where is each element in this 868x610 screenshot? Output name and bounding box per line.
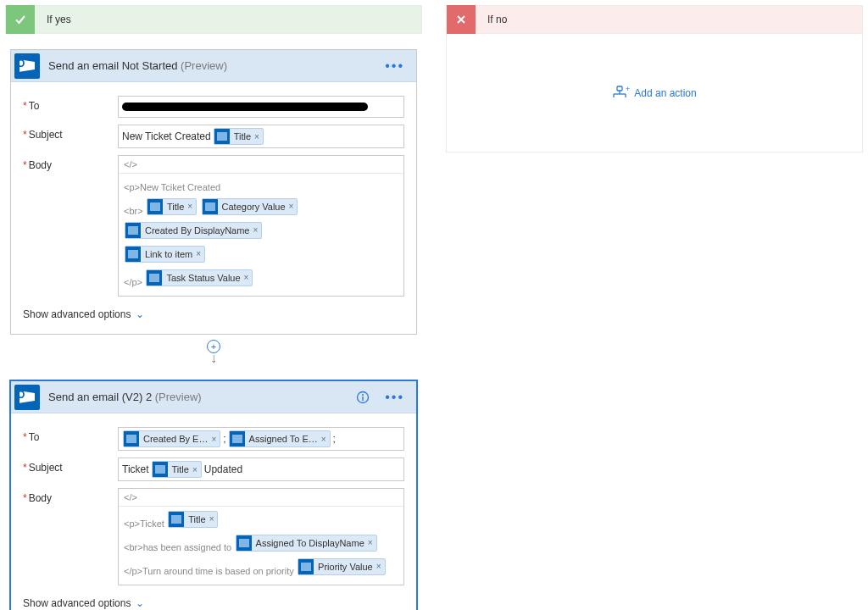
action-card-email-v2[interactable]: Send an email (V2) 2 (Preview) ••• *To C… <box>10 380 417 610</box>
outlook-icon <box>14 53 40 79</box>
info-icon[interactable] <box>353 391 373 404</box>
no-branch: If no + Add an action <box>446 5 863 152</box>
field-label-to: *To <box>23 427 118 443</box>
card-header[interactable]: Send an email (V2) 2 (Preview) ••• <box>11 381 416 413</box>
more-icon[interactable]: ••• <box>381 58 408 74</box>
sharepoint-icon <box>214 129 230 144</box>
field-label-subject: *Subject <box>23 125 118 141</box>
to-input[interactable] <box>118 96 404 118</box>
svg-point-1 <box>362 394 364 396</box>
token-title[interactable]: Title× <box>214 128 264 145</box>
arrow-down-icon: ↓ <box>210 352 217 365</box>
token-title[interactable]: Title× <box>152 461 202 478</box>
add-action-button[interactable]: + Add an action <box>612 78 696 108</box>
chevron-down-icon: ⌄ <box>136 308 144 320</box>
token-assigned-email[interactable]: Assigned To E…× <box>229 430 331 447</box>
branch-yes-label: If yes <box>35 14 71 25</box>
token-link[interactable]: Link to item× <box>125 246 205 263</box>
connector: + ↓ <box>5 340 422 365</box>
branch-header-no[interactable]: If no <box>446 5 863 34</box>
to-input[interactable]: Created By E…× ; Assigned To E…× ; <box>118 427 404 451</box>
no-branch-body: + Add an action <box>446 34 863 152</box>
show-advanced-toggle[interactable]: Show advanced options ⌄ <box>23 597 144 609</box>
subject-input[interactable]: Ticket Title× Updated <box>118 458 404 481</box>
token-title[interactable]: Title× <box>168 511 218 528</box>
card-title: Send an email (V2) 2 (Preview) <box>48 391 202 403</box>
close-icon <box>447 5 476 34</box>
code-view-toggle[interactable]: </> <box>119 489 403 507</box>
token-createdby[interactable]: Created By DisplayName× <box>125 222 262 239</box>
field-label-body: *Body <box>23 488 118 504</box>
check-icon <box>6 5 35 34</box>
token-title[interactable]: Title× <box>147 198 197 215</box>
svg-text:+: + <box>626 85 630 93</box>
branch-header-yes[interactable]: If yes <box>5 5 422 34</box>
card-title: Send an email Not Started (Preview) <box>48 59 227 72</box>
yes-branch: If yes Send an email Not Started (Previe… <box>5 5 422 610</box>
show-advanced-toggle[interactable]: Show advanced options ⌄ <box>23 308 144 320</box>
outlook-icon <box>14 385 40 410</box>
token-category[interactable]: Category Value× <box>202 198 298 215</box>
body-input[interactable]: </> <p>Ticket Title× <br>has been assign… <box>118 488 404 585</box>
branch-no-label: If no <box>476 14 507 25</box>
token-assigned-dn[interactable]: Assigned To DisplayName× <box>236 535 377 552</box>
card-header[interactable]: Send an email Not Started (Preview) ••• <box>11 50 416 82</box>
chevron-down-icon: ⌄ <box>136 597 144 609</box>
subject-input[interactable]: New Ticket Created Title× <box>118 125 404 148</box>
field-label-body: *Body <box>23 155 118 171</box>
svg-rect-2 <box>362 396 363 401</box>
token-priority[interactable]: Priority Value× <box>298 558 385 575</box>
token-taskstatus[interactable]: Task Status Value× <box>146 269 253 286</box>
field-label-subject: *Subject <box>23 458 118 474</box>
subject-text: New Ticket Created <box>122 130 211 142</box>
token-createdby-email[interactable]: Created By E…× <box>123 430 220 447</box>
redacted-text <box>122 103 368 111</box>
code-view-toggle[interactable]: </> <box>119 156 403 174</box>
svg-rect-9 <box>617 86 622 91</box>
body-input[interactable]: </> <p>New Tciket Created <br> Title× Ca… <box>118 155 404 297</box>
field-label-to: *To <box>23 96 118 112</box>
action-card-email-not-started[interactable]: Send an email Not Started (Preview) ••• … <box>10 49 417 335</box>
close-icon[interactable]: × <box>254 132 259 141</box>
more-icon[interactable]: ••• <box>381 390 408 405</box>
add-action-icon: + <box>612 86 627 100</box>
